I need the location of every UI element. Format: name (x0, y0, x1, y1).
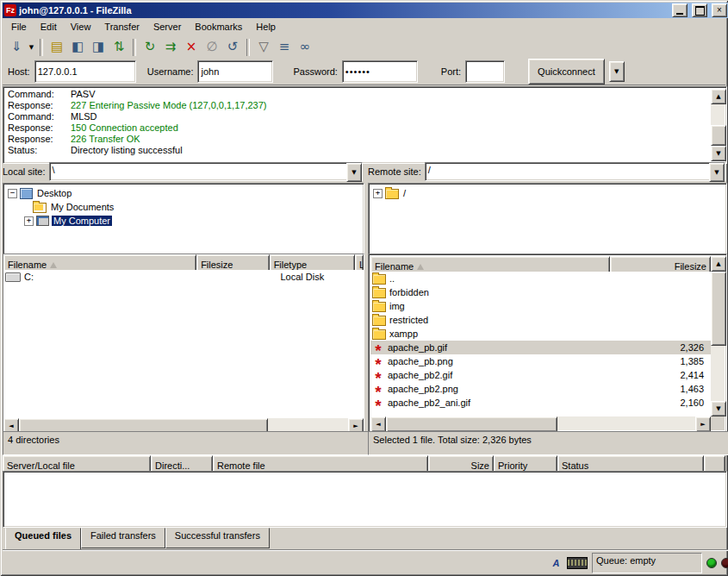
titlebar[interactable]: Fz john@127.0.0.1 - FileZilla × (3, 3, 728, 18)
site-manager-dropdown-button[interactable]: ▼ (27, 37, 36, 58)
minimize-icon (676, 7, 683, 15)
tree-item-desktop[interactable]: − Desktop (3, 186, 364, 200)
menubar: File Edit View Transfer Server Bookmarks… (3, 18, 727, 35)
expand-icon[interactable]: + (373, 189, 383, 198)
remote-file-row[interactable]: apache_pb2.gif2,414 (370, 368, 711, 382)
filter-button[interactable]: ▽ (253, 37, 274, 58)
file-name: apache_pb2.gif (388, 370, 452, 380)
scroll-track[interactable] (711, 104, 725, 146)
window-title: john@127.0.0.1 - FileZilla (19, 5, 668, 16)
toggle-remote-tree-button[interactable]: ◨ (88, 37, 109, 58)
menu-server[interactable]: Server (146, 19, 188, 34)
scroll-up-button[interactable]: ▲ (711, 89, 726, 104)
log-text: 226 Transfer OK (71, 134, 140, 145)
local-site-row: Local site: \ ▼ (3, 162, 363, 181)
menu-edit[interactable]: Edit (34, 19, 64, 34)
site-manager-button[interactable]: ⇓ (6, 37, 27, 58)
local-site-value: \ (50, 163, 346, 180)
directory-comparison-button[interactable]: ≡ (274, 37, 295, 58)
port-input[interactable] (465, 60, 505, 83)
scroll-thumb[interactable] (386, 416, 557, 432)
file-name: .. (389, 273, 395, 284)
tab-failed-transfers[interactable]: Failed transfers (81, 528, 165, 548)
scroll-left-button[interactable]: ◄ (370, 416, 386, 432)
host-input[interactable] (34, 60, 136, 83)
remote-vertical-scrollbar[interactable]: ▲ ▼ (711, 256, 725, 416)
username-input[interactable] (197, 60, 273, 83)
local-site-dropdown-button[interactable]: ▼ (346, 163, 362, 182)
remote-file-row[interactable]: apache_pb2.png1,463 (370, 382, 711, 396)
find-files-button[interactable]: ∞ (295, 37, 315, 58)
tree-item-my-computer[interactable]: + My Computer (3, 214, 364, 228)
cancel-button[interactable]: × (181, 37, 202, 58)
scroll-track[interactable] (19, 418, 348, 432)
remote-site-dropdown-button[interactable]: ▼ (709, 163, 725, 182)
close-button[interactable]: × (712, 3, 727, 17)
tab-successful-transfers[interactable]: Successful transfers (165, 528, 270, 548)
maximize-button[interactable] (692, 3, 707, 17)
tree-item-label: My Documents (49, 202, 115, 212)
app-icon: Fz (4, 4, 16, 16)
local-file-rows: C: Local Disk (3, 270, 364, 418)
quickconnect-button[interactable]: Quickconnect (528, 59, 605, 85)
scroll-down-button[interactable]: ▼ (711, 146, 726, 161)
tab-queued-files[interactable]: Queued files (5, 528, 81, 551)
log-scrollbar[interactable]: ▲ ▼ (711, 89, 725, 161)
transfer-queue-list[interactable] (3, 471, 727, 528)
tree-item-root[interactable]: + / (369, 186, 726, 200)
scroll-up-button[interactable]: ▲ (711, 256, 726, 272)
local-horizontal-scrollbar[interactable]: ◄ ► (3, 418, 364, 432)
message-log-icon: ▤ (51, 41, 63, 53)
remote-file-row[interactable]: .. (370, 272, 711, 285)
collapse-icon[interactable]: − (8, 189, 17, 198)
menu-view[interactable]: View (64, 19, 98, 34)
file-size: 2,160 (608, 398, 711, 408)
process-queue-button[interactable]: ⇉ (160, 37, 181, 58)
menu-help[interactable]: Help (249, 19, 283, 34)
toggle-queue-button[interactable]: ⇅ (109, 37, 129, 58)
file-name: apache_pb2.png (388, 384, 458, 394)
log-line: Command:PASV (3, 89, 726, 100)
remote-file-row-selected[interactable]: apache_pb.gif2,326 (370, 341, 711, 354)
file-name: forbidden (389, 287, 429, 297)
folder-icon (372, 316, 386, 326)
menu-transfer[interactable]: Transfer (97, 19, 146, 34)
quickconnect-dropdown-button[interactable]: ▼ (609, 61, 625, 82)
password-input[interactable] (342, 60, 418, 83)
local-file-row[interactable]: C: Local Disk (3, 270, 364, 284)
log-line: Response:150 Connection accepted (3, 122, 726, 134)
column-label: Server/Local file (7, 460, 75, 471)
remote-file-row[interactable]: apache_pb.png1,385 (370, 354, 711, 368)
scroll-thumb[interactable] (711, 125, 726, 146)
local-site-combobox[interactable]: \ ▼ (49, 162, 363, 181)
tree-item-label: My Computer (52, 216, 112, 226)
tree-item-my-documents[interactable]: My Documents (3, 200, 364, 214)
menu-file[interactable]: File (4, 19, 34, 34)
scroll-thumb[interactable] (711, 272, 726, 346)
scroll-track[interactable] (386, 416, 695, 430)
toggle-message-log-button[interactable]: ▤ (47, 37, 67, 58)
expand-icon[interactable]: + (24, 216, 34, 226)
toggle-local-tree-button[interactable]: ◧ (67, 37, 88, 58)
disconnect-button[interactable]: ∅ (202, 37, 222, 58)
menu-bookmarks[interactable]: Bookmarks (188, 19, 249, 34)
log-type: Response: (8, 134, 71, 145)
arrow-right-icon: ► (700, 421, 705, 428)
remote-file-row[interactable]: img (370, 299, 711, 313)
remote-file-row[interactable]: restricted (370, 313, 711, 327)
arrow-up-icon: ▲ (716, 93, 720, 100)
close-icon: × (717, 6, 722, 15)
file-size: 2,414 (608, 370, 711, 380)
remote-site-combobox[interactable]: / ▼ (425, 162, 725, 181)
scroll-track[interactable] (711, 272, 725, 401)
file-size: 1,463 (608, 384, 711, 394)
refresh-button[interactable]: ↻ (140, 37, 160, 58)
scroll-down-button[interactable]: ▼ (711, 401, 726, 416)
minimize-button[interactable] (672, 3, 688, 17)
remote-file-row[interactable]: apache_pb2_ani.gif2,160 (370, 396, 711, 410)
scroll-right-button[interactable]: ► (695, 416, 711, 432)
remote-file-row[interactable]: forbidden (370, 285, 711, 299)
reconnect-button[interactable]: ↺ (222, 37, 243, 58)
remote-horizontal-scrollbar[interactable]: ◄ ► (370, 416, 711, 430)
remote-file-row[interactable]: xampp (370, 327, 711, 341)
